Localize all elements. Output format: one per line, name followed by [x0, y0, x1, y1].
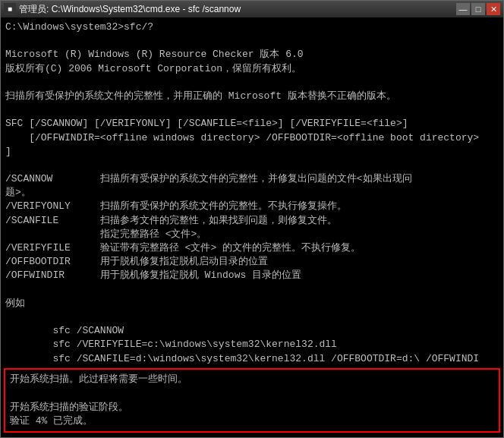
window-icon: ■ — [4, 3, 16, 15]
cmd-window: ■ 管理员: C:\Windows\System32\cmd.exe - sfc… — [0, 0, 504, 438]
console-area: C:\Windows\system32>sfc/? Microsoft (R) … — [1, 17, 503, 437]
maximize-button[interactable]: □ — [471, 3, 485, 15]
console-output: C:\Windows\system32>sfc/? Microsoft (R) … — [5, 20, 499, 421]
highlight-section: 开始系统扫描。此过程将需要一些时间。 开始系统扫描的验证阶段。 验证 4% 已完… — [4, 368, 500, 433]
minimize-button[interactable]: — — [456, 3, 470, 15]
highlight-output: 开始系统扫描。此过程将需要一些时间。 开始系统扫描的验证阶段。 验证 4% 已完… — [10, 373, 494, 428]
close-button[interactable]: ✕ — [487, 3, 500, 15]
titlebar: ■ 管理员: C:\Windows\System32\cmd.exe - sfc… — [1, 1, 503, 17]
titlebar-buttons: — □ ✕ — [456, 3, 500, 15]
window-title: 管理员: C:\Windows\System32\cmd.exe - sfc /… — [19, 3, 241, 16]
titlebar-left: ■ 管理员: C:\Windows\System32\cmd.exe - sfc… — [4, 3, 241, 16]
